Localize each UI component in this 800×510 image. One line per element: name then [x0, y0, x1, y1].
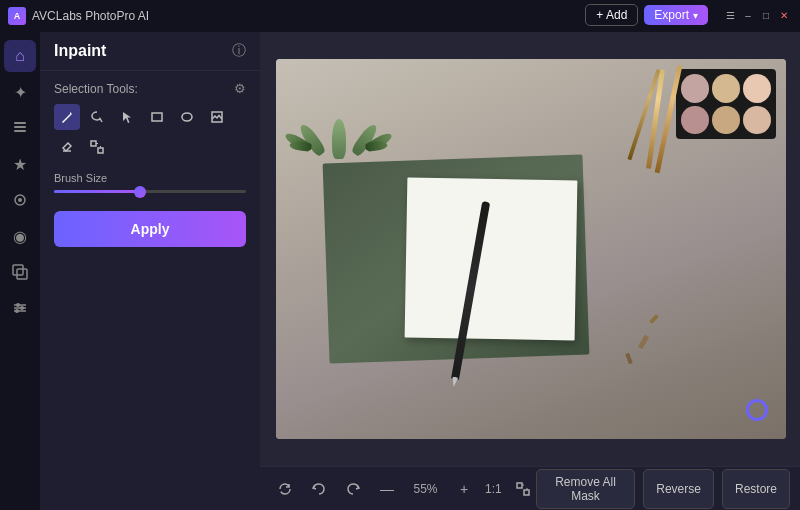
- sidebar-item-home[interactable]: ⌂: [4, 40, 36, 72]
- photo-background: [276, 59, 786, 439]
- titlebar: A AVCLabs PhotoPro AI + Add Export ▾ ☰ –…: [0, 0, 800, 32]
- brush-size-slider[interactable]: [54, 190, 246, 193]
- white-paper: [405, 178, 578, 341]
- sidebar-item-wand[interactable]: ✦: [4, 76, 36, 108]
- restore-button[interactable]: Restore: [722, 469, 790, 509]
- info-icon[interactable]: ⓘ: [232, 42, 246, 60]
- svg-point-12: [15, 309, 19, 313]
- maximize-button[interactable]: □: [758, 7, 774, 23]
- canvas-area[interactable]: [260, 32, 800, 466]
- close-button[interactable]: ✕: [776, 7, 792, 23]
- rotate-button[interactable]: [272, 476, 298, 502]
- slider-thumb[interactable]: [134, 186, 146, 198]
- plant: [301, 74, 376, 159]
- bottom-actions: Remove All Mask Reverse Restore: [536, 469, 790, 509]
- main-layout: ⌂ ✦ ★ ◉: [0, 32, 800, 510]
- image-tool-button[interactable]: [204, 104, 230, 130]
- zoom-in-button[interactable]: +: [451, 476, 477, 502]
- titlebar-left: A AVCLabs PhotoPro AI: [8, 7, 149, 25]
- svg-rect-6: [17, 269, 27, 279]
- brush-size-label: Brush Size: [54, 172, 246, 184]
- rect-tool-button[interactable]: [144, 104, 170, 130]
- svg-rect-18: [98, 148, 103, 153]
- svg-point-10: [16, 303, 20, 307]
- content-area: — 55% + 1:1 Remove All Mask Reverse Rest…: [260, 32, 800, 510]
- circle-indicator: [746, 399, 768, 421]
- sidebar-item-crop[interactable]: [4, 256, 36, 288]
- svg-point-4: [18, 198, 22, 202]
- svg-rect-1: [14, 130, 26, 132]
- image-container: [276, 59, 786, 439]
- svg-rect-22: [524, 490, 529, 495]
- svg-rect-13: [152, 113, 162, 121]
- minimize-button[interactable]: –: [740, 7, 756, 23]
- menu-button[interactable]: ☰: [722, 7, 738, 23]
- sidebar-item-star[interactable]: ★: [4, 148, 36, 180]
- svg-rect-17: [91, 141, 96, 146]
- selection-tools-section: Selection Tools: ⚙: [40, 71, 260, 170]
- svg-rect-5: [13, 265, 23, 275]
- lasso-tool-button[interactable]: [84, 104, 110, 130]
- makeup-palette: [676, 69, 776, 139]
- svg-point-11: [20, 306, 24, 310]
- ellipse-tool-button[interactable]: [174, 104, 200, 130]
- add-button[interactable]: + Add: [585, 4, 638, 26]
- undo-button[interactable]: [306, 476, 332, 502]
- sidebar-item-person[interactable]: ◉: [4, 220, 36, 252]
- fit-button[interactable]: [510, 476, 536, 502]
- redo-button[interactable]: [340, 476, 366, 502]
- tools-row: [54, 104, 246, 160]
- reverse-button[interactable]: Reverse: [643, 469, 714, 509]
- svg-rect-2: [14, 122, 26, 124]
- export-button[interactable]: Export ▾: [644, 5, 708, 25]
- tools-settings-icon[interactable]: ⚙: [234, 81, 246, 96]
- zoom-out-button[interactable]: —: [374, 476, 400, 502]
- bottom-toolbar: — 55% + 1:1 Remove All Mask Reverse Rest…: [260, 466, 800, 510]
- app-icon: A: [8, 7, 26, 25]
- zoom-controls: — 55% + 1:1: [272, 476, 536, 502]
- zoom-ratio[interactable]: 1:1: [485, 482, 502, 496]
- svg-rect-0: [14, 126, 26, 128]
- left-panel: Inpaint ⓘ Selection Tools: ⚙: [40, 32, 260, 510]
- panel-title: Inpaint: [54, 42, 106, 60]
- section-header: Selection Tools: ⚙: [54, 81, 246, 96]
- selection-tools-label: Selection Tools:: [54, 82, 138, 96]
- sidebar-item-sliders[interactable]: [4, 292, 36, 324]
- zoom-level: 55%: [408, 482, 443, 496]
- slider-fill: [54, 190, 140, 193]
- slider-container: [54, 190, 246, 193]
- brush-size-section: Brush Size: [40, 170, 260, 203]
- app-title: AVCLabs PhotoPro AI: [32, 9, 149, 23]
- panel-header: Inpaint ⓘ: [40, 32, 260, 71]
- arrow-tool-button[interactable]: [114, 104, 140, 130]
- apply-button[interactable]: Apply: [54, 211, 246, 247]
- svg-point-14: [182, 113, 192, 121]
- expand-tool-button[interactable]: [84, 134, 110, 160]
- pen-tool-button[interactable]: [54, 104, 80, 130]
- remove-all-mask-button[interactable]: Remove All Mask: [536, 469, 636, 509]
- erase-tool-button[interactable]: [54, 134, 80, 160]
- sidebar-item-paint[interactable]: [4, 184, 36, 216]
- apply-section: Apply: [40, 203, 260, 255]
- svg-rect-21: [517, 483, 522, 488]
- sidebar-item-layers[interactable]: [4, 112, 36, 144]
- icon-sidebar: ⌂ ✦ ★ ◉: [0, 32, 40, 510]
